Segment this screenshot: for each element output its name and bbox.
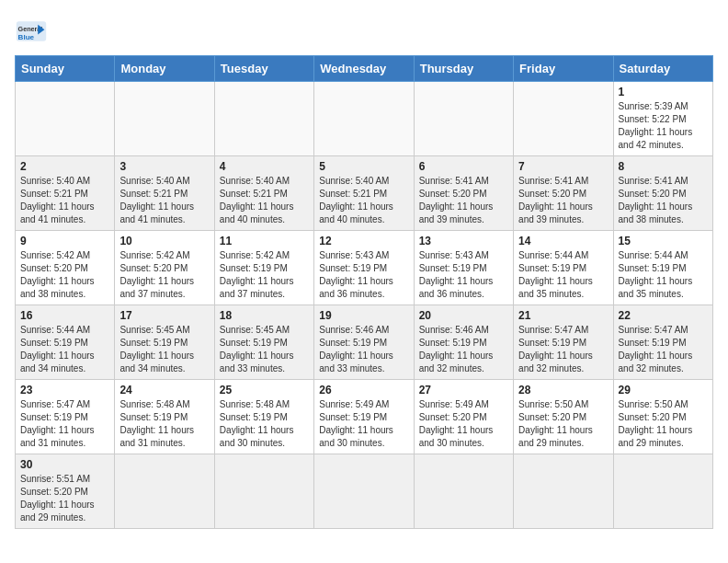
calendar-cell: 22Sunrise: 5:47 AM Sunset: 5:19 PM Dayli… — [613, 305, 712, 380]
calendar-cell — [16, 82, 115, 156]
calendar-week-row: 9Sunrise: 5:42 AM Sunset: 5:20 PM Daylig… — [16, 231, 713, 305]
day-number: 22 — [619, 309, 708, 322]
calendar-cell: 25Sunrise: 5:48 AM Sunset: 5:19 PM Dayli… — [214, 380, 313, 454]
calendar-cell: 15Sunrise: 5:44 AM Sunset: 5:19 PM Dayli… — [613, 231, 712, 305]
day-info: Sunrise: 5:49 AM Sunset: 5:20 PM Dayligh… — [419, 398, 508, 450]
day-header-wednesday: Wednesday — [314, 56, 414, 82]
day-info: Sunrise: 5:41 AM Sunset: 5:20 PM Dayligh… — [419, 175, 508, 226]
calendar-cell: 10Sunrise: 5:42 AM Sunset: 5:20 PM Dayli… — [115, 231, 214, 305]
day-number: 1 — [619, 86, 708, 98]
day-number: 25 — [220, 384, 309, 396]
day-header-sunday: Sunday — [16, 56, 115, 82]
day-info: Sunrise: 5:51 AM Sunset: 5:20 PM Dayligh… — [20, 473, 109, 524]
calendar-cell: 30Sunrise: 5:51 AM Sunset: 5:20 PM Dayli… — [16, 454, 115, 529]
day-number: 17 — [119, 309, 209, 322]
calendar-cell: 5Sunrise: 5:40 AM Sunset: 5:21 PM Daylig… — [314, 156, 414, 231]
day-number: 12 — [319, 235, 408, 247]
day-header-monday: Monday — [115, 56, 214, 82]
calendar-cell: 2Sunrise: 5:40 AM Sunset: 5:21 PM Daylig… — [16, 156, 115, 231]
day-info: Sunrise: 5:46 AM Sunset: 5:19 PM Dayligh… — [419, 324, 508, 375]
day-number: 19 — [319, 309, 408, 322]
calendar-cell: 29Sunrise: 5:50 AM Sunset: 5:20 PM Dayli… — [613, 380, 712, 454]
calendar-cell — [514, 82, 613, 156]
day-info: Sunrise: 5:42 AM Sunset: 5:20 PM Dayligh… — [119, 249, 209, 301]
calendar-cell: 16Sunrise: 5:44 AM Sunset: 5:19 PM Dayli… — [16, 305, 115, 380]
calendar-table: SundayMondayTuesdayWednesdayThursdayFrid… — [15, 55, 713, 529]
svg-text:Blue: Blue — [18, 33, 35, 41]
day-info: Sunrise: 5:45 AM Sunset: 5:19 PM Dayligh… — [119, 324, 209, 375]
calendar-cell: 6Sunrise: 5:41 AM Sunset: 5:20 PM Daylig… — [414, 156, 513, 231]
calendar-week-row: 16Sunrise: 5:44 AM Sunset: 5:19 PM Dayli… — [16, 305, 713, 380]
day-info: Sunrise: 5:50 AM Sunset: 5:20 PM Dayligh… — [619, 398, 708, 450]
calendar-cell — [514, 454, 613, 529]
calendar-cell: 26Sunrise: 5:49 AM Sunset: 5:19 PM Dayli… — [314, 380, 414, 454]
calendar-cell — [115, 82, 214, 156]
day-number: 7 — [518, 160, 608, 173]
day-number: 14 — [518, 235, 608, 247]
day-number: 3 — [119, 160, 209, 173]
day-number: 4 — [220, 160, 309, 173]
day-info: Sunrise: 5:44 AM Sunset: 5:19 PM Dayligh… — [619, 249, 708, 301]
calendar-cell: 8Sunrise: 5:41 AM Sunset: 5:20 PM Daylig… — [613, 156, 712, 231]
calendar-cell — [214, 82, 313, 156]
calendar-cell — [314, 82, 414, 156]
day-number: 13 — [419, 235, 508, 247]
day-header-friday: Friday — [514, 56, 613, 82]
day-info: Sunrise: 5:42 AM Sunset: 5:20 PM Dayligh… — [20, 249, 109, 301]
day-number: 20 — [419, 309, 508, 322]
logo: General Blue — [15, 15, 53, 48]
calendar-cell: 28Sunrise: 5:50 AM Sunset: 5:20 PM Dayli… — [514, 380, 613, 454]
day-number: 6 — [419, 160, 508, 173]
calendar-cell: 20Sunrise: 5:46 AM Sunset: 5:19 PM Dayli… — [414, 305, 513, 380]
day-info: Sunrise: 5:48 AM Sunset: 5:19 PM Dayligh… — [220, 398, 309, 450]
calendar-cell — [414, 454, 513, 529]
day-number: 15 — [619, 235, 708, 247]
day-number: 8 — [619, 160, 708, 173]
day-info: Sunrise: 5:49 AM Sunset: 5:19 PM Dayligh… — [319, 398, 408, 450]
day-info: Sunrise: 5:43 AM Sunset: 5:19 PM Dayligh… — [319, 249, 408, 301]
day-info: Sunrise: 5:41 AM Sunset: 5:20 PM Dayligh… — [518, 175, 608, 226]
calendar-cell — [613, 454, 712, 529]
calendar-week-row: 23Sunrise: 5:47 AM Sunset: 5:19 PM Dayli… — [16, 380, 713, 454]
calendar-cell: 9Sunrise: 5:42 AM Sunset: 5:20 PM Daylig… — [16, 231, 115, 305]
day-number: 9 — [20, 235, 109, 247]
day-header-thursday: Thursday — [414, 56, 513, 82]
day-info: Sunrise: 5:46 AM Sunset: 5:19 PM Dayligh… — [319, 324, 408, 375]
calendar-cell: 13Sunrise: 5:43 AM Sunset: 5:19 PM Dayli… — [414, 231, 513, 305]
day-info: Sunrise: 5:45 AM Sunset: 5:19 PM Dayligh… — [220, 324, 309, 375]
calendar-week-row: 1Sunrise: 5:39 AM Sunset: 5:22 PM Daylig… — [16, 82, 713, 156]
logo-icon: General Blue — [15, 15, 48, 48]
day-header-saturday: Saturday — [613, 56, 712, 82]
calendar-cell: 23Sunrise: 5:47 AM Sunset: 5:19 PM Dayli… — [16, 380, 115, 454]
day-number: 26 — [319, 384, 408, 396]
calendar-cell — [214, 454, 313, 529]
day-info: Sunrise: 5:42 AM Sunset: 5:19 PM Dayligh… — [220, 249, 309, 301]
day-info: Sunrise: 5:40 AM Sunset: 5:21 PM Dayligh… — [119, 175, 209, 226]
day-number: 30 — [20, 458, 109, 471]
day-info: Sunrise: 5:40 AM Sunset: 5:21 PM Dayligh… — [20, 175, 109, 226]
calendar-cell: 1Sunrise: 5:39 AM Sunset: 5:22 PM Daylig… — [613, 82, 712, 156]
day-header-tuesday: Tuesday — [214, 56, 313, 82]
calendar-cell: 14Sunrise: 5:44 AM Sunset: 5:19 PM Dayli… — [514, 231, 613, 305]
day-info: Sunrise: 5:40 AM Sunset: 5:21 PM Dayligh… — [319, 175, 408, 226]
day-number: 10 — [119, 235, 209, 247]
day-info: Sunrise: 5:40 AM Sunset: 5:21 PM Dayligh… — [220, 175, 309, 226]
calendar-cell: 12Sunrise: 5:43 AM Sunset: 5:19 PM Dayli… — [314, 231, 414, 305]
calendar-cell — [414, 82, 513, 156]
day-info: Sunrise: 5:48 AM Sunset: 5:19 PM Dayligh… — [119, 398, 209, 450]
day-headers-row: SundayMondayTuesdayWednesdayThursdayFrid… — [16, 56, 713, 82]
calendar-week-row: 30Sunrise: 5:51 AM Sunset: 5:20 PM Dayli… — [16, 454, 713, 529]
calendar-cell: 18Sunrise: 5:45 AM Sunset: 5:19 PM Dayli… — [214, 305, 313, 380]
calendar-cell: 11Sunrise: 5:42 AM Sunset: 5:19 PM Dayli… — [214, 231, 313, 305]
day-number: 16 — [20, 309, 109, 322]
calendar-cell: 4Sunrise: 5:40 AM Sunset: 5:21 PM Daylig… — [214, 156, 313, 231]
day-number: 29 — [619, 384, 708, 396]
day-info: Sunrise: 5:47 AM Sunset: 5:19 PM Dayligh… — [518, 324, 608, 375]
day-info: Sunrise: 5:41 AM Sunset: 5:20 PM Dayligh… — [619, 175, 708, 226]
page-header: General Blue — [15, 15, 713, 48]
day-info: Sunrise: 5:44 AM Sunset: 5:19 PM Dayligh… — [518, 249, 608, 301]
calendar-cell: 17Sunrise: 5:45 AM Sunset: 5:19 PM Dayli… — [115, 305, 214, 380]
calendar-week-row: 2Sunrise: 5:40 AM Sunset: 5:21 PM Daylig… — [16, 156, 713, 231]
day-info: Sunrise: 5:43 AM Sunset: 5:19 PM Dayligh… — [419, 249, 508, 301]
day-info: Sunrise: 5:47 AM Sunset: 5:19 PM Dayligh… — [619, 324, 708, 375]
